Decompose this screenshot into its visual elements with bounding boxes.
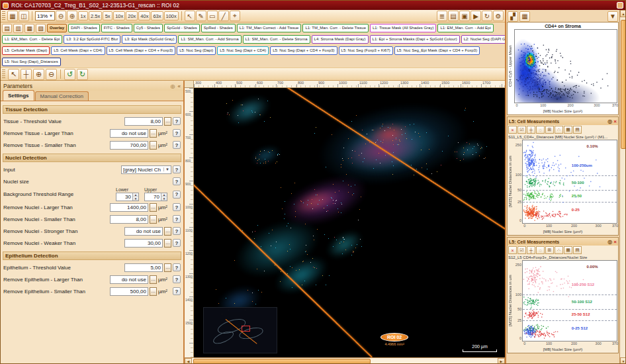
- ellipsis-button[interactable]: …: [164, 239, 171, 248]
- ellipsis-button[interactable]: …: [150, 287, 157, 296]
- select-checkbox-icon[interactable]: ☑: [517, 246, 526, 254]
- histogram-view-icon[interactable]: ▞: [508, 11, 518, 22]
- view-tab[interactable]: L5: Nuc Seg (Dapi): [177, 46, 216, 55]
- view-tab[interactable]: L3: 3.2 Epi SpGold-FITC Blur: [64, 35, 120, 44]
- ellipsis-button[interactable]: …: [150, 215, 157, 224]
- param-input[interactable]: 8,00: [110, 215, 148, 224]
- zoom-in-icon[interactable]: ⊕: [67, 11, 77, 21]
- tissue-canvas[interactable]: ROI 024.4966 mm²200 µm: [194, 88, 505, 357]
- export-icon[interactable]: ▤: [573, 246, 582, 254]
- zoom-region-icon[interactable]: ⊞: [545, 126, 554, 134]
- delete-gate-icon[interactable]: ×: [508, 246, 517, 254]
- refresh-icon[interactable]: ↻: [482, 11, 492, 21]
- table-view-icon[interactable]: ▦: [519, 11, 530, 22]
- view-tab[interactable]: L1: Tissue Mask (All Shades Gray): [370, 24, 436, 32]
- channels-icon[interactable]: ≣: [437, 11, 447, 21]
- ellipsis-button[interactable]: …: [150, 141, 157, 150]
- pin-icon[interactable]: ◎: [171, 83, 175, 89]
- crosshair-icon[interactable]: ┼: [527, 126, 535, 134]
- hscroll-thumb[interactable]: [193, 359, 371, 364]
- layers-icon[interactable]: ▤: [448, 11, 459, 21]
- tab-manual-correction[interactable]: Manual Correction: [35, 91, 89, 101]
- pointer-tool-icon[interactable]: ↖: [185, 11, 195, 21]
- settings-gear-icon[interactable]: ⚙: [493, 11, 504, 21]
- view-tab[interactable]: DAPI - Shades: [68, 24, 100, 32]
- grid-icon[interactable]: ▦: [564, 126, 572, 134]
- help-button[interactable]: ?: [173, 177, 181, 185]
- scatter-plot[interactable]: [514, 29, 617, 103]
- help-button[interactable]: ?: [173, 215, 181, 223]
- pin-icon[interactable]: ◎: [607, 118, 612, 124]
- vscroll-thumb[interactable]: [621, 20, 626, 149]
- zoom-preset-button[interactable]: 20x: [126, 11, 138, 21]
- ellipsis-button[interactable]: …: [164, 227, 171, 236]
- param-input[interactable]: 8,00: [124, 117, 163, 126]
- zoom-preset-button[interactable]: 100x: [164, 11, 179, 21]
- param-input[interactable]: do not use: [124, 227, 163, 236]
- ellipsis-button[interactable]: …: [150, 275, 157, 284]
- scroll-down-icon[interactable]: ▼: [620, 357, 626, 364]
- zoom-preset-button[interactable]: 2.5x: [89, 11, 102, 21]
- zoom-preset-button[interactable]: 5x: [103, 11, 112, 21]
- view-tab[interactable]: L1: TM_Man Correct - Add Tissue: [237, 24, 302, 32]
- help-button[interactable]: ?: [173, 141, 181, 149]
- lower-threshold-spinner[interactable]: 30▲▼: [116, 193, 139, 201]
- hscroll-track[interactable]: [192, 358, 498, 364]
- ellipsis-button[interactable]: …: [164, 117, 171, 126]
- view-tab[interactable]: L2: Nuclei Seg (DAPI Gray): [461, 35, 505, 44]
- param-dropdown[interactable]: [gray] Nuclei Ch▼: [121, 165, 171, 174]
- view-thumbnail-2[interactable]: ▥: [13, 24, 23, 33]
- draw-rectangle-icon[interactable]: ▭: [207, 11, 218, 21]
- help-button[interactable]: ?: [173, 287, 181, 295]
- view-tab[interactable]: SpGold - Shades: [164, 24, 200, 32]
- help-button[interactable]: ?: [173, 191, 181, 199]
- view-tab[interactable]: L1: SM_Man. Corr. - Add Stroma: [178, 35, 241, 44]
- view-thumbnail-4[interactable]: ▧: [36, 24, 46, 33]
- delete-gate-icon[interactable]: ×: [508, 126, 517, 134]
- zoom-preset-button[interactable]: 1x: [78, 11, 88, 21]
- draw-pencil-icon[interactable]: ✎: [196, 11, 206, 21]
- overview-grid-icon[interactable]: ▦: [7, 11, 18, 21]
- view-tab[interactable]: L5: Nuc Seg_Epi Mask (Dapi + CD4 + Foxp3…: [394, 46, 480, 55]
- draw-line-icon[interactable]: ╱: [218, 11, 229, 21]
- crosshair-icon[interactable]: ┼: [527, 246, 535, 254]
- help-button[interactable]: ?: [173, 117, 181, 125]
- param-input[interactable]: 30,00: [124, 239, 163, 248]
- view-tab[interactable]: SpRed - Shades: [201, 24, 236, 32]
- refresh-all-icon[interactable]: ↻: [77, 69, 88, 80]
- tab-settings[interactable]: Settings: [3, 90, 34, 101]
- zoom-level-select[interactable]: 13%▼: [35, 11, 55, 21]
- zoom-preset-button[interactable]: 10x: [113, 11, 125, 21]
- view-tab[interactable]: L5: Cell Mask (Dapi + CD4): [51, 46, 105, 55]
- view-tab[interactable]: Overlay: [47, 24, 67, 32]
- upper-threshold-spinner[interactable]: 70▲▼: [144, 193, 167, 201]
- scroll-left-icon[interactable]: ◀: [185, 358, 192, 364]
- zoom-out-icon[interactable]: ⊖: [46, 69, 57, 80]
- help-button[interactable]: ?: [173, 263, 181, 271]
- play-icon[interactable]: ▶: [470, 11, 481, 21]
- view-thumbnail-1[interactable]: ▤: [2, 24, 12, 33]
- zoom-out-icon[interactable]: ⊖: [56, 11, 66, 21]
- scatter-icon[interactable]: ∴: [555, 246, 563, 254]
- panel-options-icon[interactable]: ▼: [607, 11, 618, 22]
- view-tab[interactable]: L5: Cell Mask (Dapi + CD4 + Foxp3): [107, 46, 176, 55]
- view-tab[interactable]: L1: EM_Man. Corr. - Delete Epi: [2, 35, 62, 44]
- close-icon[interactable]: ×: [613, 118, 617, 124]
- param-input[interactable]: 5,00: [124, 263, 163, 272]
- param-input[interactable]: 1400,00: [110, 203, 148, 212]
- view-tab[interactable]: L1: Epi + Stroma Masks (Dapi + SpGold Co…: [370, 35, 460, 44]
- help-button[interactable]: ?: [173, 165, 181, 173]
- view-tab[interactable]: L3: Epi Mask (SpGold Gray): [122, 35, 177, 44]
- help-button[interactable]: ?: [173, 129, 181, 137]
- view-tab[interactable]: L5: Nuc Seg (Dapi + CD4 + Foxp3): [270, 46, 337, 55]
- help-button[interactable]: ?: [173, 275, 181, 283]
- scroll-right-icon[interactable]: ▶: [498, 358, 505, 364]
- pin-view-icon[interactable]: ◫: [19, 11, 29, 21]
- view-tab[interactable]: L1: SM_Man. Corr. - Delete Stroma: [243, 35, 310, 44]
- measure-target-icon[interactable]: ⌖: [230, 11, 240, 21]
- lasso-icon[interactable]: ◌: [536, 246, 545, 254]
- spinner-down-icon[interactable]: ▼: [161, 197, 167, 201]
- view-tab[interactable]: L1: EM_Man. Corr. - Add Epi: [437, 24, 493, 32]
- view-tab[interactable]: L1: TM_Man. Corr. - Delete Tissue: [302, 24, 369, 32]
- scroll-up-icon[interactable]: ▲: [620, 10, 626, 17]
